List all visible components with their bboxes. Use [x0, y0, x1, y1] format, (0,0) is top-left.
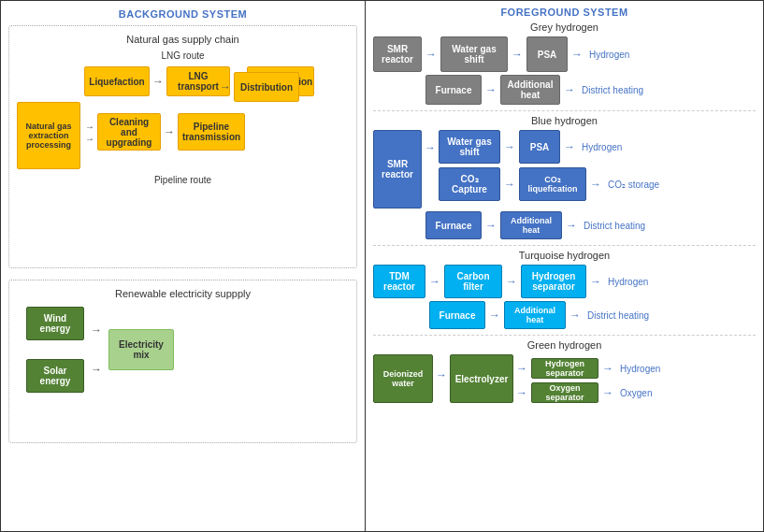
turquoise-row2: Furnace → Additional heat → District hea… [429, 301, 756, 329]
turq-out-arrow2: → [569, 309, 582, 322]
blue-arrow0: → [424, 141, 437, 154]
green-out1: Hydrogen [617, 364, 660, 374]
sep2 [373, 245, 756, 246]
blue-out-arrow3: → [565, 219, 578, 232]
green-out-arrow1: → [601, 362, 614, 375]
grey-hydrogen-section: Grey hydrogen SMR reactor → Water gas sh… [373, 22, 756, 105]
turquoise-out2: District heating [584, 310, 649, 321]
arrow-rg-dist: → [219, 80, 232, 93]
foreground-label: FOREGROUND SYSTEM [373, 7, 756, 18]
blue-out-arrow2: → [589, 178, 602, 191]
grey-row2: Furnace → Additional heat → District hea… [425, 75, 756, 105]
grey-add-heat-box: Additional heat [500, 75, 560, 105]
turquoise-furnace-box: Furnace [429, 301, 485, 329]
blue-arrow3: → [484, 219, 497, 232]
blue-furnace-box: Furnace [425, 211, 482, 239]
turquoise-carbon-box: Carbon filter [444, 265, 502, 298]
blue-hydrogen-section: Blue hydrogen SMR reactor → Water gas sh… [373, 115, 756, 239]
grey-smr-box: SMR reactor [373, 36, 422, 72]
green-out-arrow2: → [601, 386, 614, 399]
turq-arrow3: → [488, 309, 501, 322]
lng-route-label: LNG route [17, 50, 349, 61]
grey-wgs-box: Water gas shift [440, 36, 508, 72]
turquoise-title: Turquoise hydrogen [373, 250, 756, 261]
arrow1: → [151, 75, 165, 88]
green-o2sep-box: Oxygen separator [531, 382, 598, 403]
turquoise-row1: TDM reactor → Carbon filter → Hydrogen s… [373, 265, 756, 298]
turq-arrow2: → [505, 275, 518, 288]
arrow-cl-pip: → [163, 125, 176, 138]
arrow-solar-elec: → [90, 363, 103, 376]
arrow-down-pipeline: → [84, 134, 95, 144]
turquoise-hydrogen-section: Turquoise hydrogen TDM reactor → Carbon … [373, 250, 756, 329]
grey-arrow2: → [511, 48, 524, 61]
sep1 [373, 110, 756, 111]
arrow-wind-elec: → [90, 324, 103, 337]
blue-psa-box: PSA [519, 130, 560, 164]
grey-title: Grey hydrogen [373, 22, 756, 33]
grey-out2: District heating [579, 85, 643, 95]
renewable-box: Renewable electricity suppply Wind energ… [8, 280, 357, 443]
renewable-label: Renewable electricity suppply [17, 288, 349, 299]
liquefaction-box: Liquefaction [84, 66, 150, 96]
ng-supply-label: Natural gas supply chain [17, 34, 349, 45]
grey-arrow3: → [484, 83, 497, 96]
blue-out3: District heating [581, 221, 645, 231]
turquoise-tdm-box: TDM reactor [373, 265, 425, 298]
turq-arrow1: → [428, 275, 441, 288]
green-electrolyzer-box: Electrolyzer [450, 354, 513, 403]
blue-row3: Furnace → Additional heat → District hea… [425, 211, 756, 239]
grey-psa-box: PSA [526, 36, 568, 72]
turq-out-arrow1: → [589, 275, 602, 288]
green-arrow1: → [435, 368, 448, 381]
green-title: Green hydrogen [373, 339, 756, 351]
green-arrow2: → [515, 362, 528, 375]
grey-out1: Hydrogen [586, 50, 629, 60]
green-h2sep-box: Hydrogen separator [531, 358, 598, 379]
blue-out2: CO₂ storage [605, 180, 659, 190]
blue-add-heat-box: Additional heat [500, 211, 562, 239]
blue-out1: Hydrogen [579, 142, 622, 152]
electricity-mix-box: Electricity mix [108, 329, 174, 370]
blue-wgs-box: Water gas shift [439, 130, 500, 164]
sep3 [373, 335, 756, 336]
blue-out-arrow1: → [563, 140, 576, 153]
grey-row1: SMR reactor → Water gas shift → PSA → Hy… [373, 36, 756, 72]
blue-co2liq-box: CO₂ liquefication [519, 167, 586, 201]
arrow-up-lng: → [84, 122, 95, 132]
natural-gas-box: Natural gas extraction processing [17, 102, 80, 169]
turquoise-h2sep-box: Hydrogen separator [521, 265, 586, 298]
cleaning-box: Cleaning and upgrading [97, 113, 161, 151]
green-deionized-box: Deionized water [373, 354, 433, 403]
grey-furnace-box: Furnace [425, 75, 482, 105]
green-out2: Oxygen [617, 388, 652, 398]
blue-arrow1: → [503, 140, 516, 153]
turquoise-add-heat-box: Additional heat [504, 301, 566, 329]
ng-supply-chain: Natural gas supply chain LNG route Lique… [8, 25, 357, 268]
background-system: BACKGROUND SYSTEM Natural gas supply cha… [1, 1, 366, 531]
foreground-system: FOREGROUND SYSTEM Grey hydrogen SMR reac… [366, 1, 763, 531]
background-label: BACKGROUND SYSTEM [8, 8, 357, 20]
blue-co2cap-box: CO₂ Capture [439, 167, 500, 201]
green-hydrogen-section: Green hydrogen Deionized water → Electro… [373, 339, 756, 403]
grey-out-arrow1: → [570, 48, 584, 61]
green-arrow3: → [515, 386, 528, 399]
turquoise-out1: Hydrogen [605, 277, 648, 287]
distribution-box: Distribution [234, 72, 299, 102]
grey-out-arrow2: → [563, 83, 576, 96]
blue-arrow2: → [503, 178, 516, 191]
pipeline-box: Pipeline transmission [178, 113, 245, 151]
grey-arrow1: → [425, 48, 438, 61]
pipeline-route-label: Pipeline route [17, 175, 349, 185]
blue-title: Blue hydrogen [373, 115, 756, 126]
blue-smr-box: SMR reactor [373, 130, 422, 208]
solar-energy-box: Solar energy [26, 359, 84, 393]
wind-energy-box: Wind energy [26, 307, 84, 340]
